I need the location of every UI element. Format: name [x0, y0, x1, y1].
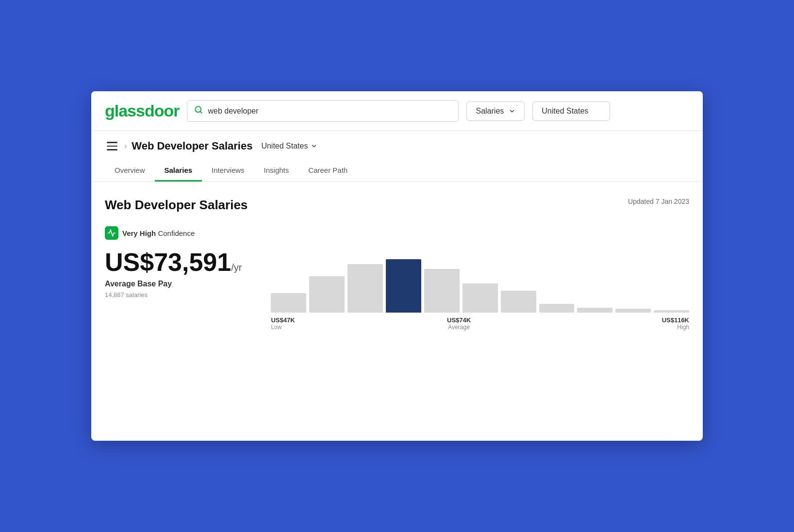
- updated-text: Updated 7 Jan 2023: [628, 198, 689, 205]
- glassdoor-logo: glassdoor: [105, 101, 179, 120]
- breadcrumb-title: Web Developer Salaries: [132, 140, 252, 152]
- salary-count: 14,887 salaries: [105, 291, 242, 299]
- confidence-suffix: Confidence: [158, 229, 195, 237]
- tab-interviews[interactable]: Interviews: [202, 160, 254, 182]
- chart-bar-3: [386, 259, 421, 313]
- subheader: › Web Developer Salaries United States O…: [91, 131, 703, 182]
- salary-period: /yr: [231, 262, 242, 273]
- search-input[interactable]: [208, 107, 451, 116]
- salary-label: Average Base Pay: [105, 280, 242, 288]
- confidence-strong: Very High: [122, 229, 156, 237]
- main-content: Web Developer Salaries Updated 7 Jan 202…: [91, 182, 703, 346]
- chart-avg-value: US$74K: [447, 316, 471, 324]
- chart-bar-2: [347, 264, 383, 313]
- salary-section: US$73,591/yr Average Base Pay 14,887 sal…: [105, 249, 689, 331]
- chart-label-avg: US$74K Average: [447, 316, 471, 331]
- location-badge-text: United States: [261, 142, 308, 150]
- confidence-icon: [105, 226, 118, 240]
- chart-bar-9: [615, 309, 651, 313]
- chart-low-desc: Low: [271, 324, 295, 331]
- chart-bar-5: [463, 283, 498, 313]
- chart-bar-7: [539, 304, 575, 313]
- nav-tabs: Overview Salaries Interviews Insights Ca…: [105, 160, 689, 182]
- chart-label-low: US$47K Low: [271, 316, 295, 331]
- chart-high-value: US$116K: [662, 316, 689, 324]
- breadcrumb: › Web Developer Salaries United States: [105, 140, 689, 152]
- chevron-down-icon: [509, 108, 515, 115]
- search-bar[interactable]: [187, 100, 459, 122]
- confidence-row: Very High Confidence: [105, 226, 689, 240]
- chart-label-high: US$116K High: [662, 316, 689, 331]
- page-title: Web Developer Salaries: [105, 198, 248, 213]
- category-label: Salaries: [476, 107, 504, 116]
- bar-chart-area: US$47K Low US$74K Average US$116K High: [271, 249, 689, 331]
- chart-low-value: US$47K: [271, 316, 295, 324]
- search-icon: [194, 105, 203, 116]
- chart-high-desc: High: [662, 324, 689, 331]
- tab-salaries[interactable]: Salaries: [155, 160, 202, 182]
- bar-chart: [271, 249, 689, 313]
- location-badge[interactable]: United States: [261, 142, 317, 150]
- content-header: Web Developer Salaries Updated 7 Jan 202…: [105, 198, 689, 213]
- category-dropdown[interactable]: Salaries: [466, 101, 525, 121]
- breadcrumb-chevron-icon: ›: [124, 142, 127, 150]
- hamburger-icon[interactable]: [105, 140, 119, 152]
- confidence-text: Very High Confidence: [122, 229, 195, 237]
- chart-avg-desc: Average: [447, 324, 471, 331]
- chart-labels: US$47K Low US$74K Average US$116K High: [271, 316, 689, 331]
- header: glassdoor Salaries United States: [91, 91, 703, 131]
- svg-line-1: [200, 111, 202, 113]
- location-chevron-icon: [311, 143, 317, 150]
- chart-bar-1: [309, 276, 345, 313]
- chart-bar-8: [577, 308, 612, 313]
- chart-bar-4: [424, 269, 460, 313]
- chart-bar-10: [654, 310, 689, 313]
- salary-value: US$73,591: [105, 248, 231, 276]
- tab-overview[interactable]: Overview: [105, 160, 155, 182]
- chart-bar-6: [501, 291, 536, 313]
- salary-amount: US$73,591/yr: [105, 249, 242, 275]
- browser-window: glassdoor Salaries United States: [91, 91, 703, 441]
- chart-bar-0: [271, 293, 306, 313]
- location-value: United States: [542, 107, 588, 115]
- location-input[interactable]: United States: [532, 101, 610, 121]
- tab-career-path[interactable]: Career Path: [298, 160, 357, 182]
- tab-insights[interactable]: Insights: [254, 160, 299, 182]
- salary-info: US$73,591/yr Average Base Pay 14,887 sal…: [105, 249, 242, 299]
